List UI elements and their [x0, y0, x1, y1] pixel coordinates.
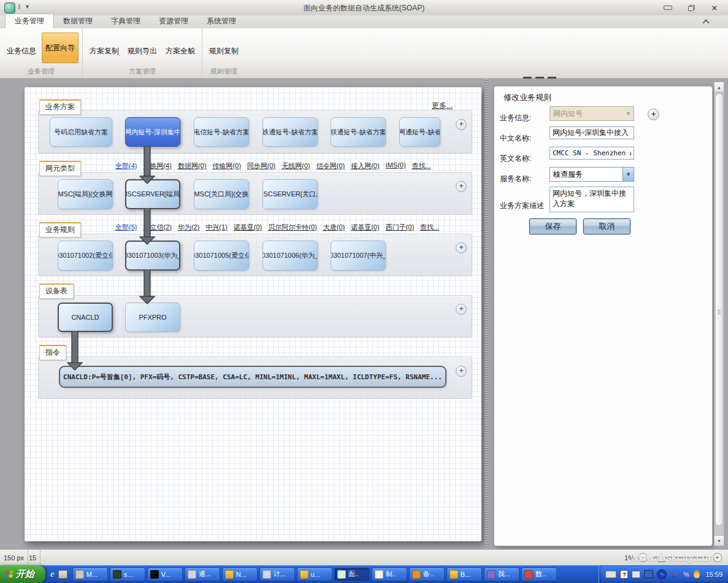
- start-label: 开始: [16, 568, 34, 580]
- network-icon[interactable]: [644, 570, 653, 578]
- window-icon[interactable]: [632, 571, 640, 578]
- vertical-scrollbar[interactable]: ▲ ▼: [714, 82, 724, 546]
- card-1-2[interactable]: MSC[关口局](交换: [194, 179, 249, 209]
- add-card-button-3[interactable]: +: [456, 304, 467, 315]
- task-button-9[interactable]: 备..: [409, 568, 445, 581]
- keyboard-icon[interactable]: [605, 571, 616, 578]
- filter-link-2-5[interactable]: 贝尔阿尔卡特(0): [268, 223, 316, 232]
- task-button-3[interactable]: 通...: [185, 568, 220, 581]
- folder-icon: [450, 570, 458, 579]
- close-button[interactable]: ×: [707, 3, 722, 12]
- card-2-0[interactable]: 0301071002(爱立信: [58, 241, 113, 271]
- add-card-button-4[interactable]: +: [456, 366, 467, 377]
- task-button-10[interactable]: B...: [446, 568, 482, 581]
- scroll-up-button[interactable]: ▲: [715, 82, 724, 93]
- filter-link-1-8[interactable]: IMS(0): [386, 161, 406, 171]
- wave-icon[interactable]: ∿: [657, 569, 667, 579]
- ribbon-button-1-0[interactable]: 方案复制: [86, 44, 122, 66]
- computer-icon: [262, 570, 271, 579]
- task-button-2[interactable]: V...: [147, 568, 183, 581]
- sync-icon[interactable]: %: [682, 570, 690, 578]
- add-card-button-0[interactable]: +: [456, 119, 467, 130]
- chinese-name-label: 中文名称:: [500, 133, 531, 144]
- add-business-info-button[interactable]: +: [648, 109, 659, 120]
- filter-link-1-7[interactable]: 接入网(0): [351, 161, 379, 171]
- task-button-5[interactable]: 计...: [259, 568, 295, 581]
- card-2-3[interactable]: 0301071006(华为_: [262, 241, 318, 271]
- ribbon-button-2-0[interactable]: 规则复制: [206, 44, 242, 66]
- filter-link-2-7[interactable]: 诺基亚(0): [351, 223, 379, 232]
- explorer-icon[interactable]: [58, 570, 67, 579]
- vertical-splitter[interactable]: [485, 79, 489, 549]
- scroll-down-button[interactable]: ▼: [715, 535, 724, 546]
- card-3-0[interactable]: CNACLD: [58, 303, 113, 332]
- task-button-7[interactable]: 面..: [334, 568, 370, 581]
- english-name-input[interactable]: [550, 147, 634, 160]
- tab-2[interactable]: 字典管理: [102, 14, 150, 28]
- ribbon-button-0-1[interactable]: 配置向导: [42, 33, 79, 63]
- task-button-4[interactable]: N...: [222, 568, 258, 581]
- service-name-combobox[interactable]: 核查服务 ▼: [550, 167, 634, 182]
- save-button[interactable]: 保存: [529, 218, 577, 234]
- section-body-4: CNACLD:P=号首集[0], PFX=码号, CSTP=BASE, CSA=…: [38, 357, 472, 399]
- ribbon-collapse-button[interactable]: [701, 18, 711, 26]
- filter-link-1-9[interactable]: 查找...: [412, 161, 431, 171]
- card-0-1[interactable]: 网内短号-深圳集中: [125, 117, 180, 147]
- filter-link-2-2[interactable]: 华为(2): [178, 223, 199, 232]
- card-0-0[interactable]: 号码启用缺省方案: [50, 117, 112, 147]
- card-0-3[interactable]: 铁通短号-缺省方案: [262, 117, 318, 147]
- tab-0[interactable]: 业务管理: [5, 14, 54, 29]
- card-0-2[interactable]: 电信短号-缺省方案: [194, 117, 249, 147]
- card-2-4[interactable]: 0301071007(中兴_: [331, 241, 386, 271]
- card-2-2[interactable]: 0301071005(爱立信: [194, 241, 249, 271]
- browser-icon[interactable]: e: [50, 569, 55, 579]
- double-arrow-icon[interactable]: »: [670, 570, 678, 578]
- start-button[interactable]: 开始: [0, 565, 45, 583]
- task-button-1[interactable]: s...: [110, 568, 145, 581]
- add-card-button-1[interactable]: +: [456, 181, 467, 192]
- card-4-0[interactable]: CNACLD:P=号首集[0], PFX=码号, CSTP=BASE, CSA=…: [59, 366, 446, 388]
- task-button-11[interactable]: 我...: [484, 568, 519, 581]
- filter-link-1-3[interactable]: 传输网(0): [212, 161, 240, 171]
- task-button-6[interactable]: u...: [297, 568, 332, 581]
- filter-link-1-4[interactable]: 同步网(0): [247, 161, 275, 171]
- ribbon-button-1-1[interactable]: 规则导出: [125, 44, 160, 66]
- card-3-1[interactable]: PFXPRO: [125, 303, 180, 332]
- filter-link-2-3[interactable]: 中兴(1): [205, 223, 227, 232]
- cancel-button[interactable]: 取消: [583, 218, 630, 234]
- task-button-0[interactable]: M...: [72, 568, 108, 581]
- filter-link-1-6[interactable]: 信令网(0): [316, 161, 345, 171]
- folder-icon: [225, 570, 234, 579]
- card-1-0[interactable]: MSC[端局](交换网: [58, 179, 113, 209]
- help-icon[interactable]: ?: [620, 570, 628, 579]
- restore-button[interactable]: [684, 3, 699, 12]
- flame-icon[interactable]: [694, 570, 700, 578]
- tab-4[interactable]: 系统管理: [197, 14, 245, 28]
- description-textarea[interactable]: 网内短号，深圳集中接入方案: [550, 187, 634, 212]
- card-0-4[interactable]: 联通短号-缺省方案: [331, 117, 386, 147]
- minimize-button[interactable]: [661, 3, 675, 12]
- add-card-button-2[interactable]: +: [456, 242, 467, 253]
- design-canvas[interactable]: 业务方案号码启用缺省方案网内短号-深圳集中电信短号-缺省方案铁通短号-缺省方案联…: [25, 87, 481, 541]
- card-1-3[interactable]: MSCSERVER[关口局: [262, 179, 318, 209]
- filter-link-2-6[interactable]: 大唐(0): [323, 223, 345, 232]
- section-body-0: 号码启用缺省方案网内短号-深圳集中电信短号-缺省方案铁通短号-缺省方案联通短号-…: [38, 110, 472, 153]
- tab-3[interactable]: 资源管理: [150, 14, 197, 28]
- ribbon-button-0-0[interactable]: 业务信息: [4, 44, 39, 66]
- ribbon-button-1-2[interactable]: 方案全貌: [163, 44, 198, 66]
- scrollbar-thumb[interactable]: [715, 93, 723, 526]
- chinese-name-input[interactable]: [550, 126, 634, 139]
- filter-link-1-2[interactable]: 数据网(0): [178, 161, 206, 171]
- card-0-5[interactable]: 网通短号-缺省: [399, 117, 440, 147]
- filter-link-2-0[interactable]: 全部(5): [115, 223, 137, 232]
- tab-1[interactable]: 数据管理: [54, 14, 102, 28]
- task-button-8[interactable]: 制..: [372, 568, 407, 581]
- filter-link-2-4[interactable]: 诺基亚(0): [234, 223, 262, 232]
- filter-link-1-0[interactable]: 全部(4): [115, 161, 137, 171]
- app-gray-icon: [188, 570, 196, 579]
- filter-link-2-8[interactable]: 西门子(0): [386, 223, 414, 232]
- filter-link-2-9[interactable]: 查找...: [420, 223, 439, 232]
- more-link[interactable]: 更多...: [432, 101, 453, 111]
- task-button-12[interactable]: 数..: [521, 568, 557, 581]
- filter-link-1-5[interactable]: 无线网(0): [282, 161, 310, 171]
